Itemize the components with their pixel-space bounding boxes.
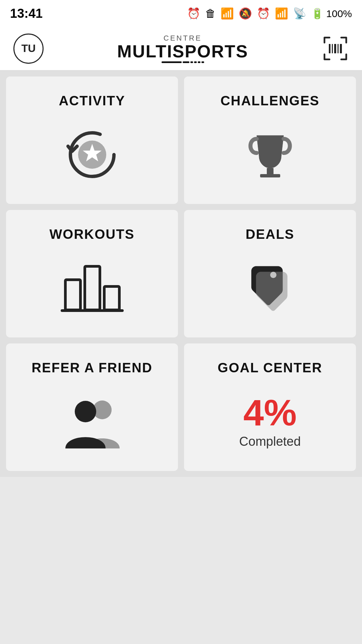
svg-rect-4	[340, 44, 342, 53]
signal-icon: 📶	[275, 7, 288, 20]
challenges-icon	[245, 125, 295, 184]
app-header: TU CENTRE MULTISPORTS	[0, 27, 362, 70]
challenges-title: CHALLENGES	[221, 93, 320, 108]
barcode-button[interactable]	[322, 35, 349, 62]
svg-rect-1	[332, 44, 333, 53]
refer-card[interactable]: REFER A FRIEND	[6, 343, 178, 471]
main-grid: ACTIVITY CHALLENGES	[0, 70, 362, 477]
status-icons: ⏰ 🗑 📶 🔕 ⏰ 📶 📡 🔋 100%	[187, 7, 352, 20]
svg-rect-10	[85, 266, 100, 310]
svg-rect-7	[267, 168, 274, 174]
svg-rect-3	[338, 44, 339, 53]
goal-icon: 4% Completed	[239, 392, 301, 451]
workouts-card[interactable]: WORKOUTS	[6, 210, 178, 337]
goal-card[interactable]: GOAL CENTER 4% Completed	[184, 343, 356, 471]
workouts-icon	[59, 259, 126, 317]
workouts-title: WORKOUTS	[50, 227, 135, 242]
svg-rect-2	[334, 44, 336, 53]
user-avatar[interactable]: TU	[13, 34, 44, 64]
app-logo: CENTRE MULTISPORTS	[117, 34, 248, 63]
trash-icon: 🗑	[205, 7, 216, 20]
wifi-icon: 📡	[293, 7, 306, 20]
alarm2-icon: ⏰	[257, 7, 270, 20]
bluetooth-icon: 📶	[221, 7, 234, 20]
svg-rect-8	[260, 174, 280, 177]
activity-title: ACTIVITY	[59, 93, 125, 108]
svg-rect-11	[104, 286, 119, 310]
status-time: 13:41	[10, 6, 43, 21]
goal-percent-value: 4%	[243, 394, 297, 431]
svg-rect-9	[65, 280, 80, 310]
deals-icon	[245, 259, 295, 317]
refer-title: REFER A FRIEND	[32, 360, 153, 375]
deals-title: DEALS	[246, 227, 295, 242]
logo-bottom-text: MULTISPORTS	[117, 43, 248, 60]
mute-icon: 🔕	[239, 7, 252, 20]
alarm-icon: ⏰	[187, 7, 200, 20]
status-bar: 13:41 ⏰ 🗑 📶 🔕 ⏰ 📶 📡 🔋 100%	[0, 0, 362, 27]
svg-point-15	[75, 401, 96, 422]
deals-card[interactable]: DEALS	[184, 210, 356, 337]
svg-rect-0	[329, 44, 330, 53]
logo-decoration	[162, 61, 204, 63]
activity-card[interactable]: ACTIVITY	[6, 76, 178, 204]
goal-completed-label: Completed	[239, 434, 301, 449]
goal-title: GOAL CENTER	[218, 360, 322, 375]
battery-status: 🔋 100%	[311, 8, 352, 19]
refer-icon	[62, 392, 122, 451]
activity-icon	[65, 125, 119, 184]
challenges-card[interactable]: CHALLENGES	[184, 76, 356, 204]
